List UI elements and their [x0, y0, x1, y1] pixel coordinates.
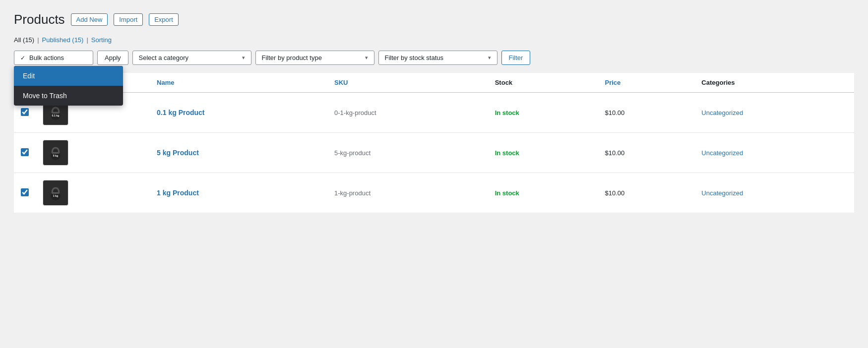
stock-status-chevron-icon: ▾ — [488, 55, 491, 61]
product-sku: 5-kg-product — [334, 149, 371, 157]
stock-status: In stock — [495, 189, 519, 197]
product-type-chevron-icon: ▾ — [365, 55, 368, 61]
page-title: Products — [14, 12, 65, 27]
add-new-button[interactable]: Add New — [71, 13, 108, 26]
product-type-dropdown[interactable]: Filter by product type ▾ — [255, 51, 374, 65]
bulk-actions-label: Bulk actions — [29, 54, 64, 61]
import-button[interactable]: Import — [114, 13, 143, 26]
bulk-trash-option[interactable]: Move to Trash — [14, 86, 123, 106]
filter-button[interactable]: Filter — [501, 51, 531, 65]
product-name-link[interactable]: 5 kg Product — [157, 149, 199, 157]
svg-text:5 kg: 5 kg — [53, 154, 59, 157]
row-checkbox-0[interactable] — [21, 108, 29, 116]
product-image-cell: 1 kg — [36, 173, 150, 213]
export-button[interactable]: Export — [149, 13, 179, 26]
product-category-link[interactable]: Uncategorized — [701, 189, 743, 197]
toolbar: ✓ Bulk actions Edit Move to Trash Apply … — [14, 51, 854, 65]
product-category-cell: Uncategorized — [694, 133, 854, 173]
svg-text:1 kg: 1 kg — [53, 194, 59, 197]
product-sku-cell: 1-kg-product — [327, 173, 488, 213]
table-header-row: Name SKU Stock Price Categories — [14, 73, 854, 93]
row-checkbox-cell — [14, 173, 36, 213]
stock-status: In stock — [495, 109, 519, 116]
name-header[interactable]: Name — [150, 73, 327, 93]
product-price: $10.00 — [605, 109, 624, 116]
row-checkbox-1[interactable] — [21, 148, 29, 156]
checkmark-icon: ✓ — [20, 55, 25, 61]
product-sku-cell: 5-kg-product — [327, 133, 488, 173]
product-sku: 0-1-kg-product — [334, 109, 376, 116]
product-category-cell: Uncategorized — [694, 93, 854, 133]
stock-status: In stock — [495, 149, 519, 157]
product-price: $10.00 — [605, 189, 624, 197]
products-table: Name SKU Stock Price Categories 0.1 kg 0… — [14, 73, 854, 213]
price-header[interactable]: Price — [598, 73, 694, 93]
product-name-link[interactable]: 0.1 kg Product — [157, 109, 204, 116]
table-row: 5 kg 5 kg Product5-kg-productIn stock$10… — [14, 133, 854, 173]
bulk-actions-wrap: ✓ Bulk actions Edit Move to Trash — [14, 51, 93, 65]
product-category-cell: Uncategorized — [694, 173, 854, 213]
product-stock-cell: In stock — [488, 173, 598, 213]
product-sku: 1-kg-product — [334, 189, 371, 197]
product-name-cell: 5 kg Product — [150, 133, 327, 173]
product-image-cell: 5 kg — [36, 133, 150, 173]
product-name-link[interactable]: 1 kg Product — [157, 189, 199, 197]
stock-header: Stock — [488, 73, 598, 93]
product-thumbnail: 5 kg — [43, 140, 68, 166]
product-price: $10.00 — [605, 149, 624, 157]
bulk-edit-option[interactable]: Edit — [14, 66, 123, 86]
product-stock-cell: In stock — [488, 133, 598, 173]
product-price-cell: $10.00 — [598, 133, 694, 173]
sku-header[interactable]: SKU — [327, 73, 488, 93]
svg-rect-4 — [52, 152, 59, 154]
sub-nav: All (15) | Published (15) | Sorting — [14, 36, 854, 44]
bulk-actions-dropdown[interactable]: ✓ Bulk actions — [14, 51, 93, 65]
row-checkbox-2[interactable] — [21, 188, 29, 196]
published-filter[interactable]: Published (15) — [42, 36, 84, 44]
category-dropdown[interactable]: Select a category ▾ — [132, 51, 251, 65]
product-name-cell: 0.1 kg Product — [150, 93, 327, 133]
all-filter[interactable]: All (15) — [14, 36, 34, 44]
sorting-filter[interactable]: Sorting — [91, 36, 112, 44]
product-name-cell: 1 kg Product — [150, 173, 327, 213]
product-category-link[interactable]: Uncategorized — [701, 109, 743, 116]
category-label: Select a category — [139, 54, 188, 61]
product-sku-cell: 0-1-kg-product — [327, 93, 488, 133]
svg-rect-1 — [52, 112, 59, 114]
stock-status-label: Filter by stock status — [385, 54, 443, 61]
svg-text:0.1 kg: 0.1 kg — [52, 114, 59, 117]
table-row: 0.1 kg 0.1 kg Product0-1-kg-productIn st… — [14, 93, 854, 133]
bulk-actions-menu: Edit Move to Trash — [14, 66, 123, 106]
product-type-label: Filter by product type — [262, 54, 322, 61]
svg-rect-7 — [52, 192, 59, 194]
table-row: 1 kg 1 kg Product1-kg-productIn stock$10… — [14, 173, 854, 213]
category-chevron-icon: ▾ — [242, 55, 245, 61]
product-price-cell: $10.00 — [598, 93, 694, 133]
product-price-cell: $10.00 — [598, 173, 694, 213]
product-stock-cell: In stock — [488, 93, 598, 133]
page-header: Products Add New Import Export — [14, 12, 854, 27]
product-thumbnail: 1 kg — [43, 180, 68, 206]
product-category-link[interactable]: Uncategorized — [701, 149, 743, 157]
categories-header: Categories — [694, 73, 854, 93]
stock-status-dropdown[interactable]: Filter by stock status ▾ — [378, 51, 497, 65]
row-checkbox-cell — [14, 133, 36, 173]
apply-button[interactable]: Apply — [97, 51, 128, 65]
